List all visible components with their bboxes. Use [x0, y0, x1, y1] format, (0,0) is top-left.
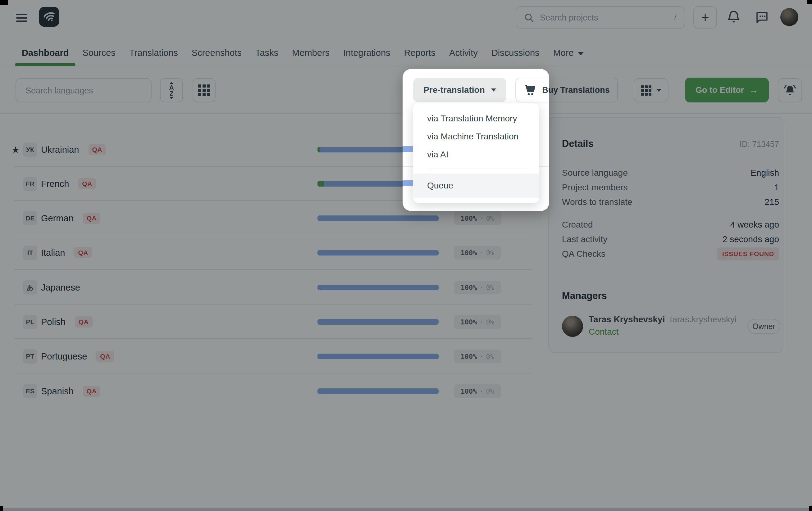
tour-spotlight: Buy Translations Pre-translation via Tra… [403, 69, 549, 211]
screen-corner-artifact [809, 506, 812, 511]
chevron-down-icon [491, 88, 496, 92]
menu-item-via-machine-translation[interactable]: via Machine Translation [413, 128, 539, 146]
cart-icon [523, 84, 536, 96]
menu-item-via-translation-memory[interactable]: via Translation Memory [413, 110, 539, 128]
screen-corner-artifact [0, 0, 8, 5]
buy-translations-button[interactable]: Buy Translations [515, 78, 549, 102]
pretranslation-label: Pre-translation [424, 85, 485, 95]
buy-translations-label: Buy Translations [542, 85, 549, 95]
screen-corner-artifact [807, 0, 812, 4]
app-window: / + DashboardSourcesTranslationsScreensh… [0, 0, 812, 511]
screen-corner-artifact [0, 506, 3, 511]
menu-separator [427, 169, 527, 169]
menu-item-via-ai[interactable]: via AI [413, 146, 539, 163]
pretranslation-menu: via Translation Memoryvia Machine Transl… [413, 103, 539, 203]
pretranslation-button[interactable]: Pre-translation [413, 78, 506, 102]
menu-item-queue[interactable]: Queue [413, 174, 539, 198]
